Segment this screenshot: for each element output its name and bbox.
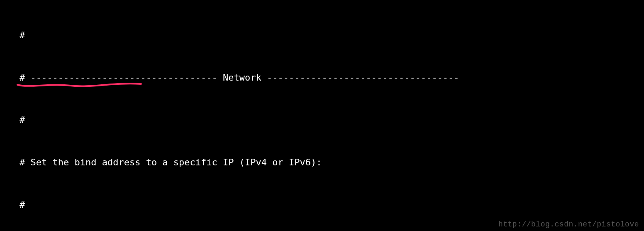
config-line: # [20, 113, 498, 127]
config-line: # [20, 28, 498, 42]
watermark-text: http://blog.csdn.net/pistolove [498, 220, 639, 229]
config-line: # [20, 198, 498, 212]
terminal-editor[interactable]: # # ---------------------------------- N… [20, 0, 498, 231]
config-line: # Set the bind address to a specific IP … [20, 155, 498, 170]
config-line: # ---------------------------------- Net… [20, 71, 498, 85]
